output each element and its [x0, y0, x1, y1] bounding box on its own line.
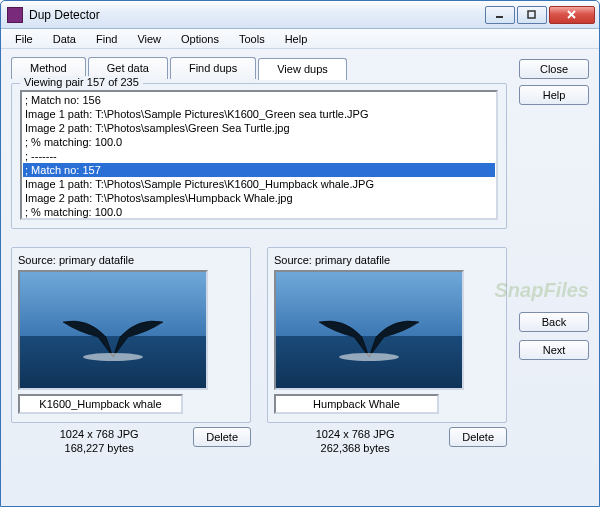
source-label-right: Source: primary datafile — [274, 254, 500, 266]
image-panel-right: Source: primary datafile Humpback Whale … — [267, 243, 507, 455]
list-item[interactable]: Image 1 path: T:\Photos\Sample Pictures\… — [23, 107, 495, 121]
tab-find-dups[interactable]: Find dups — [170, 57, 256, 79]
viewing-label: Viewing pair 157 of 235 — [20, 76, 143, 88]
list-item[interactable]: ; % matching: 100.0 — [23, 135, 495, 149]
menu-file[interactable]: File — [5, 31, 43, 47]
maximize-icon — [527, 10, 537, 20]
minimize-button[interactable] — [485, 6, 515, 24]
image-meta-left: 1024 x 768 JPG 168,227 bytes — [11, 427, 187, 455]
list-item[interactable]: ; ------- — [23, 219, 495, 220]
side-buttons: Close Help Back Next — [519, 57, 589, 496]
window-controls — [485, 6, 595, 24]
list-item[interactable]: Image 2 path: T:\Photos\samples\Green Se… — [23, 121, 495, 135]
delete-left-button[interactable]: Delete — [193, 427, 251, 447]
whale-tail-icon — [314, 307, 424, 362]
menu-options[interactable]: Options — [171, 31, 229, 47]
close-icon — [567, 10, 577, 20]
list-item[interactable]: Image 1 path: T:\Photos\Sample Pictures\… — [23, 177, 495, 191]
svg-point-4 — [83, 353, 143, 361]
svg-rect-1 — [528, 11, 535, 18]
image-name-right: Humpback Whale — [274, 394, 439, 414]
menubar: File Data Find View Options Tools Help — [1, 29, 599, 49]
thumbnail-right — [274, 270, 464, 390]
viewing-panel: Viewing pair 157 of 235 ; Match no: 156I… — [11, 83, 507, 229]
client-area: Method Get data Find dups View dups View… — [1, 49, 599, 506]
window-title: Dup Detector — [29, 8, 485, 22]
list-item[interactable]: ; % matching: 100.0 — [23, 205, 495, 219]
list-item[interactable]: Image 2 path: T:\Photos\samples\Humpback… — [23, 191, 495, 205]
menu-help[interactable]: Help — [275, 31, 318, 47]
image-meta-right: 1024 x 768 JPG 262,368 bytes — [267, 427, 443, 455]
list-item[interactable]: ; Match no: 156 — [23, 93, 495, 107]
back-button[interactable]: Back — [519, 312, 589, 332]
tab-view-dups[interactable]: View dups — [258, 58, 347, 80]
next-button[interactable]: Next — [519, 340, 589, 360]
list-item[interactable]: ; Match no: 157 — [23, 163, 495, 177]
maximize-button[interactable] — [517, 6, 547, 24]
help-button[interactable]: Help — [519, 85, 589, 105]
list-item[interactable]: ; ------- — [23, 149, 495, 163]
app-icon — [7, 7, 23, 23]
svg-point-5 — [339, 353, 399, 361]
thumbnail-left — [18, 270, 208, 390]
minimize-icon — [495, 10, 505, 20]
images-row: Source: primary datafile K1600_Humpback … — [11, 243, 507, 455]
menu-data[interactable]: Data — [43, 31, 86, 47]
titlebar: Dup Detector — [1, 1, 599, 29]
delete-right-button[interactable]: Delete — [449, 427, 507, 447]
close-window-button[interactable] — [549, 6, 595, 24]
menu-view[interactable]: View — [127, 31, 171, 47]
image-panel-left: Source: primary datafile K1600_Humpback … — [11, 243, 251, 455]
match-listbox[interactable]: ; Match no: 156Image 1 path: T:\Photos\S… — [20, 90, 498, 220]
menu-tools[interactable]: Tools — [229, 31, 275, 47]
whale-tail-icon — [58, 307, 168, 362]
source-label-left: Source: primary datafile — [18, 254, 244, 266]
close-button[interactable]: Close — [519, 59, 589, 79]
image-name-left: K1600_Humpback whale — [18, 394, 183, 414]
app-window: Dup Detector File Data Find View Options… — [0, 0, 600, 507]
menu-find[interactable]: Find — [86, 31, 127, 47]
